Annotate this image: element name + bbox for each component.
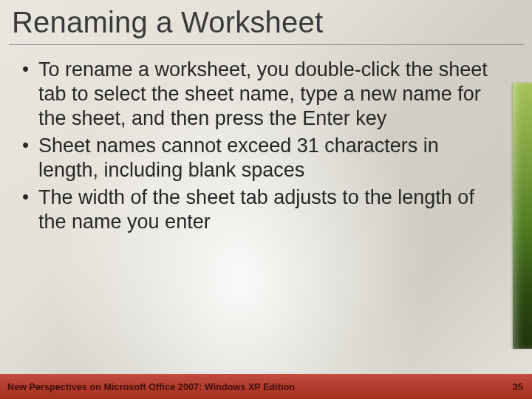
bullet-list: To rename a worksheet, you double-click … <box>18 58 502 234</box>
footer-bar: New Perspectives on Microsoft Office 200… <box>0 374 532 399</box>
title-underline <box>9 44 525 45</box>
decorative-tab-edge <box>513 83 532 349</box>
bullet-item: Sheet names cannot exceed 31 characters … <box>18 134 502 183</box>
bullet-item: To rename a worksheet, you double-click … <box>18 58 502 131</box>
page-number: 35 <box>513 381 523 392</box>
bullet-item: The width of the sheet tab adjusts to th… <box>18 185 502 234</box>
slide-title: Renaming a Worksheet <box>12 6 520 39</box>
slide-body: To rename a worksheet, you double-click … <box>18 58 502 237</box>
footer-text: New Perspectives on Microsoft Office 200… <box>7 382 295 392</box>
slide: Renaming a Worksheet To rename a workshe… <box>0 0 532 399</box>
